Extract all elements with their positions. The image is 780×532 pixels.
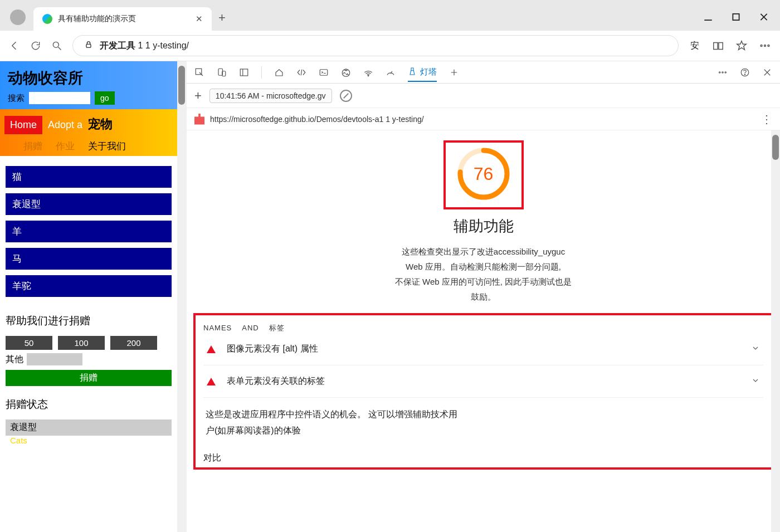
- svg-point-1: [53, 42, 58, 47]
- reader-icon[interactable]: [712, 40, 724, 52]
- devtools-tabs: 灯塔: [187, 61, 780, 84]
- list-item[interactable]: 衰退型: [6, 193, 172, 215]
- audit-text: 图像元素没有 [alt) 属性: [227, 343, 318, 355]
- clear-button[interactable]: [340, 90, 352, 102]
- dock-icon[interactable]: [239, 67, 249, 77]
- chevron-down-icon: [751, 344, 760, 355]
- score-description: 这些检查突出显示了改进accessibility_uyguc Web 应用。自动…: [187, 244, 780, 304]
- svg-point-12: [368, 75, 369, 76]
- donate-button[interactable]: 捐赠: [6, 370, 172, 386]
- section-label: NAMESAND标签: [203, 323, 763, 333]
- security-label[interactable]: 安: [689, 40, 701, 52]
- site-title: 动物收容所: [8, 68, 169, 88]
- demo-page: 动物收容所 搜索 go Home Adopt a 宠物 捐赠 作业 关于我们: [0, 61, 187, 532]
- search-icon[interactable]: [51, 40, 62, 51]
- tab-title: 具有辅助功能的演示页: [58, 14, 190, 24]
- nav-pet: 宠物: [88, 116, 113, 134]
- divider: [261, 66, 262, 79]
- maximize-button[interactable]: [731, 11, 741, 23]
- svg-rect-10: [320, 69, 328, 75]
- add-tab-icon[interactable]: [449, 67, 459, 77]
- scrollbar-thumb[interactable]: [772, 135, 779, 160]
- lighthouse-toolbar: + 10:41:56 AM - microsoftedge.gv: [187, 84, 780, 108]
- score-value: 76: [456, 146, 511, 202]
- nav-donate[interactable]: 捐赠: [23, 140, 42, 153]
- edge-favicon: [42, 14, 52, 24]
- fail-icon: [207, 378, 216, 385]
- new-report-button[interactable]: +: [194, 89, 202, 103]
- new-tab-button[interactable]: +: [218, 11, 226, 25]
- network-icon[interactable]: [363, 67, 373, 77]
- svg-point-15: [725, 71, 726, 72]
- tab-lighthouse[interactable]: 灯塔: [408, 67, 437, 82]
- amount-100[interactable]: 100: [58, 336, 105, 350]
- minimize-button[interactable]: [703, 11, 713, 23]
- scrollbar-thumb[interactable]: [178, 66, 185, 105]
- report-url: https://microsoftedge.github.io/Demos/de…: [210, 115, 424, 124]
- close-devtools-icon[interactable]: [762, 67, 772, 77]
- go-button[interactable]: go: [95, 91, 115, 105]
- more-icon[interactable]: [759, 40, 771, 52]
- elements-icon[interactable]: [296, 67, 306, 77]
- window-titlebar: 具有辅助功能的演示页 ✕ +: [0, 0, 780, 31]
- profile-avatar[interactable]: [10, 9, 26, 25]
- score-gauge: 76: [456, 146, 511, 202]
- back-button[interactable]: [9, 40, 20, 51]
- donate-section: 帮助我们进行捐赠 50 100 200 其他 捐赠 捐赠状态 衰退型 Cats: [0, 313, 177, 446]
- lighthouse-report: 76 辅助功能 这些检查突出显示了改进accessibility_uyguc W…: [187, 130, 780, 532]
- help-icon[interactable]: [740, 67, 750, 77]
- list-item[interactable]: 羊驼: [6, 275, 172, 297]
- audit-text: 表单元素没有关联的标签: [227, 375, 325, 387]
- browser-tab[interactable]: 具有辅助功能的演示页 ✕: [33, 7, 212, 31]
- other-amount-input[interactable]: [27, 353, 82, 365]
- chevron-down-icon: [751, 376, 760, 387]
- audits-highlight: NAMESAND标签 图像元素没有 [alt) 属性 表单元素没有关联的标签 这…: [193, 313, 773, 470]
- close-window-button[interactable]: [759, 11, 769, 23]
- list-item[interactable]: 羊: [6, 221, 172, 242]
- nav-adopt[interactable]: Adopt a: [47, 116, 84, 134]
- amount-200[interactable]: 200: [110, 336, 157, 350]
- report-menu-icon[interactable]: ⋮: [761, 113, 772, 126]
- performance-icon[interactable]: [386, 67, 396, 77]
- window-controls: [703, 11, 780, 31]
- search-input[interactable]: [29, 92, 90, 104]
- close-tab-icon[interactable]: ✕: [196, 14, 203, 24]
- search-label: 搜索: [8, 93, 25, 104]
- contrast-heading: 对比: [203, 452, 763, 464]
- demo-scrollbar[interactable]: [177, 61, 186, 532]
- favorite-icon[interactable]: [735, 40, 748, 52]
- svg-point-3: [760, 45, 762, 47]
- donate-heading: 帮助我们进行捐赠: [6, 314, 172, 328]
- score-highlight: 76: [443, 140, 524, 209]
- status-cats: Cats: [6, 436, 172, 445]
- status-item: 衰退型: [6, 419, 172, 436]
- amount-50[interactable]: 50: [6, 336, 52, 350]
- device-icon[interactable]: [217, 67, 227, 77]
- devtools-more-icon[interactable]: [718, 67, 728, 77]
- nav-home[interactable]: Home: [4, 116, 42, 134]
- svg-point-5: [768, 45, 769, 47]
- welcome-icon[interactable]: [274, 67, 284, 77]
- sources-icon[interactable]: [341, 67, 351, 77]
- content-area: 动物收容所 搜索 go Home Adopt a 宠物 捐赠 作业 关于我们: [0, 61, 780, 532]
- url-bar[interactable]: 开发工具 1 1 y-testing/: [72, 35, 679, 56]
- inspect-icon[interactable]: [194, 67, 204, 77]
- audit-row[interactable]: 图像元素没有 [alt) 属性: [203, 333, 763, 365]
- console-icon[interactable]: [319, 67, 329, 77]
- audit-row[interactable]: 表单元素没有关联的标签: [203, 365, 763, 398]
- devtools-panel: 灯塔 + 10:41:56 AM - microsoftedge.gv http…: [187, 61, 780, 532]
- report-select[interactable]: 10:41:56 AM - microsoftedge.gv: [209, 89, 332, 103]
- svg-point-13: [719, 71, 720, 72]
- nav-about[interactable]: 关于我们: [88, 140, 126, 153]
- other-label: 其他: [6, 354, 23, 365]
- fail-icon: [207, 345, 216, 353]
- lock-icon: [84, 40, 93, 51]
- demo-header: 动物收容所 搜索 go: [0, 61, 177, 109]
- report-scrollbar[interactable]: [771, 130, 780, 532]
- list-item[interactable]: 马: [6, 248, 172, 270]
- nav-jobs[interactable]: 作业: [56, 140, 75, 153]
- lighthouse-icon: [408, 67, 417, 77]
- refresh-button[interactable]: [30, 40, 41, 51]
- audit-note: 这些是改进应用程序中控件语义的机会。 这可以增强辅助技术用 户(如屏幕阅读器)的…: [203, 398, 763, 445]
- list-item[interactable]: 猫: [6, 166, 172, 188]
